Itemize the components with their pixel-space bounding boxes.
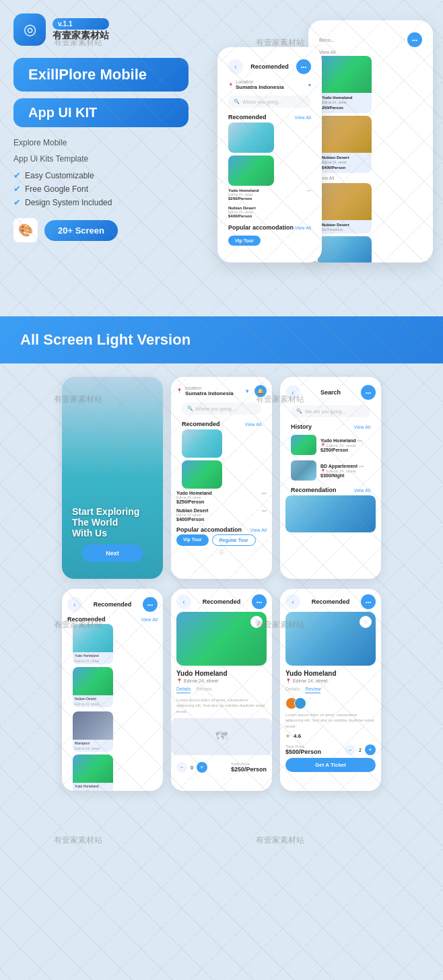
check-icon-3: ✔ (13, 197, 21, 207)
regular-btn-home[interactable]: Regular Tour (212, 534, 256, 546)
decrement-btn[interactable]: − (176, 762, 187, 773)
search-dots-btn[interactable]: ••• (361, 385, 376, 400)
feature-list: ✔ Easy Customizable ✔ Free Google Font ✔… (13, 170, 189, 207)
check-icon-1: ✔ (13, 170, 21, 180)
search-back-btn[interactable]: ‹ (285, 385, 300, 400)
feature-1: ✔ Easy Customizable (13, 170, 189, 180)
version-badge: v.1.1 (53, 18, 109, 30)
increment-btn-2[interactable]: + (365, 744, 376, 755)
main-card-1[interactable]: Yudo Homeland Edirne 24, street 250/Pers… (318, 56, 372, 113)
detail-screen-1-mockup: ‹ Recomended ••• ♡ Yudo Homeland 📍 Edirn… (171, 589, 272, 791)
get-ticket-btn[interactable]: Get A Ticket (285, 758, 376, 772)
quantity-stepper-2: − 2 + (345, 744, 376, 755)
place-card-2[interactable] (228, 155, 274, 186)
screens-row-2: ‹ Recomended ••• Recomended View All Yud… (10, 589, 433, 791)
blue-banner: All Screen Light Version (0, 316, 443, 363)
hero-desc-line1: Explore Mobile (13, 138, 189, 147)
watermark-8: 有壹家素材站 (256, 835, 304, 846)
quantity-stepper: − 0 + (176, 762, 207, 773)
home-card-2[interactable] (182, 460, 222, 489)
brand-name: 有壹家素材站 (53, 30, 109, 42)
gallery-card-1[interactable]: Yudo Homeland Edirne 24, street (73, 624, 113, 664)
hero-phone-main: Reco... ••• View All Yudo Homeland Edirn… (308, 20, 433, 262)
home-search[interactable]: 🔍Where you going... (182, 403, 261, 415)
recom-card[interactable] (285, 495, 376, 532)
map-placeholder: 🗺 (171, 718, 272, 755)
star-icon: ★ (285, 733, 290, 739)
detail1-dots-btn[interactable]: ••• (252, 594, 267, 609)
splash-screen-mockup: Start ExploringThe WorldWith Us Next (62, 377, 163, 579)
figma-icon: 🎨 (13, 218, 38, 242)
detail2-back-btn[interactable]: ‹ (285, 594, 300, 609)
vip-tour-btn[interactable]: Vip Tour (228, 236, 261, 246)
brand-icon: ◎ (13, 13, 46, 46)
details-tab-2[interactable]: Details (285, 687, 300, 693)
hero-desc-line2: App Ui Kits Template (13, 154, 189, 164)
detail1-back-btn[interactable]: ‹ (176, 594, 191, 609)
place-card-1[interactable] (228, 123, 274, 153)
next-btn[interactable]: Next (82, 545, 143, 562)
details-tab[interactable]: Details (176, 687, 191, 693)
review-tab-1[interactable]: Review (196, 687, 211, 693)
watermark-7: 有壹家素材站 (54, 835, 102, 846)
detail2-heart-btn[interactable]: ♡ (360, 616, 372, 628)
screens-row-1: Start ExploringThe WorldWith Us Next 📍 l… (10, 377, 433, 579)
search-input[interactable]: 🔍We are you going... (291, 405, 370, 417)
figma-row: 🎨 20+ Screen (13, 218, 189, 242)
vip-btn-home[interactable]: Vip Tour (176, 534, 209, 546)
screens-section: Start ExploringThe WorldWith Us Next 📍 l… (0, 363, 443, 814)
history-item-1[interactable]: Yudo Homeland ••• 📍 Edirne 24, street $2… (285, 432, 376, 458)
home-screen-mockup: 📍 location Sumatra Indonesia ▾ 🔔 🔍Where … (171, 377, 272, 579)
home-card-1[interactable] (182, 429, 222, 458)
back-btn[interactable]: ‹ (228, 59, 243, 74)
hero-left-content: ◎ v.1.1 有壹家素材站 ExillPlore Mobile App UI … (13, 13, 189, 242)
decrement-btn-2[interactable]: − (345, 744, 355, 755)
main-card-2[interactable]: Nubian Desert Edirne 24, street $400/Per… (318, 116, 372, 173)
increment-btn[interactable]: + (197, 762, 207, 773)
hero-section: ◎ v.1.1 有壹家素材站 ExillPlore Mobile App UI … (0, 0, 443, 316)
feature-3: ✔ Design System Included (13, 197, 189, 207)
hero-phones: ‹ Recomended ••• 📍 Location Sumatra Indo… (221, 7, 443, 310)
search-bar[interactable]: 🔍Where you going... (228, 96, 311, 108)
review-tab-2[interactable]: Review (305, 687, 320, 693)
detail-screen-2-mockup: ‹ Recomended ••• ♡ Yudo Homeland 📍 Edirn… (280, 589, 381, 791)
gallery-card-2[interactable]: Nubian Desert Edirne 24, street (73, 667, 113, 707)
app-subtitle: App UI KIT (13, 98, 189, 127)
app-title: ExillPlore Mobile (13, 58, 189, 92)
main-card-4[interactable]: Appartement 30/Night (318, 236, 372, 262)
main-dots-btn[interactable]: ••• (407, 32, 422, 47)
gallery-card-4[interactable]: Yudo Homeland Edirne 24, street (73, 755, 113, 791)
gallery-dots-btn[interactable]: ••• (143, 597, 158, 612)
avatar-row (285, 697, 376, 709)
banner-text: All Screen Light Version (20, 331, 423, 349)
search-screen-mockup: ‹ Search ••• 🔍We are you going... Histor… (280, 377, 381, 579)
main-card-3[interactable]: Nubian Desert Do Homeland... (318, 183, 372, 234)
screen-badge: 20+ Screen (44, 220, 118, 241)
hero-phone-secondary: ‹ Recomended ••• 📍 Location Sumatra Indo… (217, 47, 322, 262)
detail1-heart-btn[interactable]: ♡ (250, 616, 263, 628)
history-item-2[interactable]: BD Appartement ••• 📍 Edirne 24, street $… (285, 458, 376, 483)
gallery-screen-mockup: ‹ Recomended ••• Recomended View All Yud… (62, 589, 163, 791)
brand-row: ◎ v.1.1 有壹家素材站 (13, 13, 189, 46)
dots-btn[interactable]: ••• (296, 59, 311, 74)
detail2-dots-btn[interactable]: ••• (361, 594, 376, 609)
gallery-card-3[interactable]: Mariapoui Edirne 24, street (73, 711, 113, 752)
gallery-back-btn[interactable]: ‹ (67, 597, 82, 612)
splash-title: Start ExploringThe WorldWith Us (62, 506, 163, 538)
check-icon-2: ✔ (13, 184, 21, 194)
feature-2: ✔ Free Google Font (13, 184, 189, 194)
